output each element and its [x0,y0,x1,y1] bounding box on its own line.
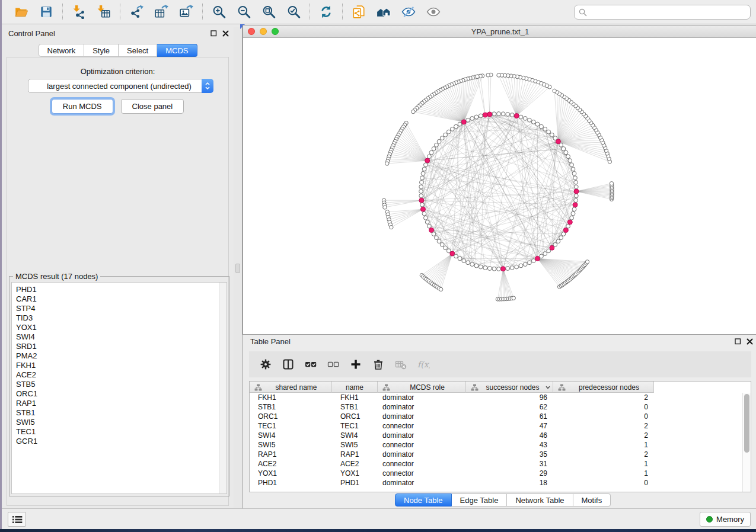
zoom-in-button[interactable] [206,2,231,22]
run-mcds-button[interactable]: Run MCDS [52,99,113,114]
mcds-node-item[interactable]: SWI4 [12,332,227,342]
tab-mcds[interactable]: MCDS [157,44,197,57]
mcds-result-list[interactable]: PHD1CAR1STP4TID3YOX1SWI4SRD1PMA2FKH1ACE2… [11,282,227,494]
list-icon [12,515,23,524]
tab-edge-table[interactable]: Edge Table [452,493,508,507]
task-history-button[interactable] [8,512,26,527]
column-header-predecessor-nodes[interactable]: predecessor nodes [553,382,654,393]
panel-splitter[interactable] [234,27,243,508]
mcds-node-item[interactable]: STB1 [12,408,227,418]
table-scrollbar-thumb[interactable] [744,394,749,453]
zoom-fit-button[interactable] [256,2,281,22]
mcds-node-item[interactable]: CAR1 [12,294,227,304]
splitter-grip[interactable] [235,264,240,273]
hide-selected-button[interactable] [396,2,421,22]
table-row[interactable]: STB1STB1dominator620 [250,402,742,412]
network-canvas[interactable] [243,38,756,334]
export-network-button[interactable] [124,2,149,22]
node-table: shared namenameMCDS rolesuccessor nodesp… [249,381,751,492]
table-row[interactable]: YOX1YOX1connector291 [250,469,742,478]
save-session-button[interactable] [34,2,59,22]
tab-motifs[interactable]: Motifs [573,493,611,507]
cell-successor-nodes: 31 [466,460,553,468]
minimize-window-button[interactable] [260,28,267,35]
open-session-button[interactable] [9,2,34,22]
mcds-list-scrollbar[interactable] [219,283,227,493]
close-window-button[interactable] [248,28,255,35]
cell-predecessor-nodes: 2 [553,450,654,459]
column-header-shared-name[interactable]: shared name [250,382,332,393]
export-image-button[interactable] [174,2,199,22]
criterion-select[interactable]: largest connected component (undirected) [28,79,213,93]
save-session-icon [39,5,53,19]
network-window-title: YPA_prune.txt_1 [243,27,756,36]
cell-shared-name: TEC1 [250,422,332,430]
mcds-node-item[interactable]: ACE2 [12,370,227,380]
mcds-node-item[interactable]: YOX1 [12,323,227,332]
apply-function-button[interactable]: f(x) [414,354,432,374]
clone-network-button[interactable] [346,2,371,22]
control-panel-tabs: NetworkStyleSelectMCDS [38,44,197,57]
svg-text:f(x): f(x) [417,360,430,369]
select-all-rows-button[interactable] [301,354,320,374]
search-box[interactable] [574,5,751,20]
mcds-node-item[interactable]: FKH1 [12,361,227,370]
mcds-node-item[interactable]: PHD1 [12,285,227,294]
import-network-button[interactable] [66,2,91,22]
mcds-node-item[interactable]: ORC1 [12,389,227,399]
mcds-node-item[interactable]: GCR1 [12,437,227,446]
mcds-node-item[interactable]: PMA2 [12,351,227,361]
tab-network[interactable]: Network [38,44,84,57]
mcds-node-item[interactable]: RAP1 [12,399,227,408]
float-table-panel-icon[interactable] [735,338,741,345]
delete-row-button[interactable] [369,354,387,374]
mcds-node-item[interactable]: STP4 [12,304,227,313]
column-header-MCDS-role[interactable]: MCDS role [378,382,466,393]
import-table-button[interactable] [91,2,116,22]
status-bar: Memory [2,508,756,529]
close-panel-button[interactable]: Close panel [121,99,184,114]
mcds-node-item[interactable]: STB5 [12,380,227,389]
zoom-selected-button[interactable] [281,2,306,22]
add-row-button[interactable] [346,354,365,374]
table-type-tabs: Node TableEdge TableNetwork TableMotifs [395,493,611,507]
mcds-node-item[interactable]: SWI5 [12,418,227,427]
refresh-view-button[interactable] [314,2,339,22]
show-columns-button[interactable] [279,354,297,374]
table-row[interactable]: ACE2ACE2connector311 [250,459,742,469]
maximize-window-button[interactable] [272,28,279,35]
delete-table-button[interactable] [391,354,410,374]
table-settings-button[interactable] [256,354,275,374]
table-row[interactable]: RAP1RAP1dominator352 [250,450,742,459]
export-table-button[interactable] [149,2,174,22]
tab-node-table[interactable]: Node Table [395,493,452,507]
memory-button[interactable]: Memory [700,512,751,527]
mcds-node-item[interactable]: TEC1 [12,427,227,437]
table-row[interactable]: FKH1FKH1dominator962 [250,393,742,402]
close-table-panel-icon[interactable] [747,338,753,345]
zoom-out-button[interactable] [231,2,256,22]
table-scrollbar[interactable] [742,393,751,492]
table-row[interactable]: TEC1TEC1connector472 [250,421,742,431]
tab-select[interactable]: Select [119,44,157,57]
table-row[interactable]: ORC1ORC1dominator610 [250,412,742,421]
mcds-node-item[interactable]: SRD1 [12,342,227,351]
column-header-successor-nodes[interactable]: successor nodes [466,382,553,393]
deselect-all-rows-button[interactable] [324,354,342,374]
table-row[interactable]: SWI4SWI4dominator462 [250,431,742,440]
show-all-button[interactable] [421,2,446,22]
mcds-node-item[interactable]: TID3 [12,313,227,323]
table-row[interactable]: PHD1PHD1dominator180 [250,478,742,488]
column-header-name[interactable]: name [332,382,378,393]
close-panel-icon[interactable] [222,30,229,37]
show-columns-icon [282,358,295,371]
float-panel-icon[interactable] [210,30,217,37]
first-neighbors-button[interactable] [371,2,396,22]
network-window-titlebar[interactable]: YPA_prune.txt_1 [243,25,756,38]
cell-MCDS-role: dominator [378,403,466,411]
tab-style[interactable]: Style [84,44,119,57]
table-row[interactable]: SWI5SWI5connector431 [250,440,742,450]
cell-name: FKH1 [332,393,378,402]
search-input[interactable] [587,5,750,19]
tab-network-table[interactable]: Network Table [507,493,573,507]
